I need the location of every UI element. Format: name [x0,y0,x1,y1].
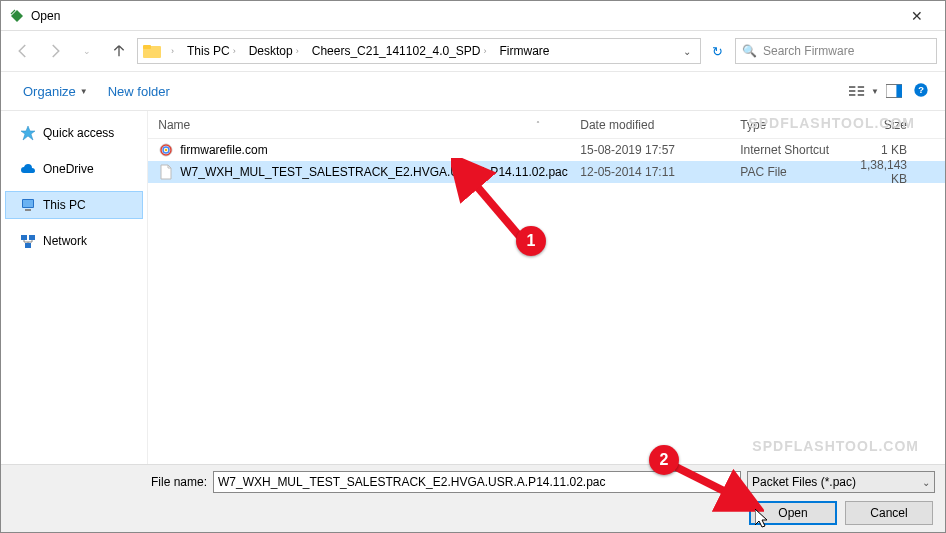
sidebar-item-label: Quick access [43,126,114,140]
svg-rect-4 [849,94,855,96]
svg-rect-9 [896,85,902,98]
help-button[interactable]: ? [909,82,933,101]
sidebar-item-quick-access[interactable]: Quick access [5,119,143,147]
star-icon [20,125,36,141]
sidebar-item-label: This PC [43,198,86,212]
recent-button[interactable]: ⌄ [73,37,101,65]
back-button[interactable] [9,37,37,65]
file-icon [158,164,174,180]
network-icon [20,233,36,249]
annotation-callout-1: 1 [516,226,546,256]
svg-rect-7 [858,94,864,96]
breadcrumb-item[interactable]: Cheers_C21_141102_4.0_SPD› [308,44,494,58]
svg-rect-14 [25,209,31,211]
file-type: Internet Shortcut [740,143,860,157]
cancel-button[interactable]: Cancel [845,501,933,525]
svg-line-22 [463,170,521,238]
filetype-label: Packet Files (*.pac) [752,475,856,489]
sidebar-item-label: Network [43,234,87,248]
file-list: Name˄ Date modified Type Size firmwarefi… [147,111,945,471]
address-bar[interactable]: › This PC› Desktop› Cheers_C21_141102_4.… [137,38,701,64]
column-type[interactable]: Type [740,118,860,132]
breadcrumb-item[interactable]: Desktop› [245,44,306,58]
pc-icon [20,197,36,213]
refresh-button[interactable]: ↻ [705,44,729,59]
folder-icon [142,41,162,61]
file-size: 1 KB [860,143,945,157]
svg-rect-16 [29,235,35,240]
sidebar-item-onedrive[interactable]: OneDrive [5,155,143,183]
up-button[interactable] [105,37,133,65]
svg-text:?: ? [918,85,924,95]
chevron-down-icon: ⌄ [922,477,930,488]
breadcrumb-item[interactable]: Firmware [496,44,554,58]
view-button[interactable]: ▼ [849,78,879,104]
svg-rect-17 [25,243,31,248]
column-size[interactable]: Size [860,118,945,132]
column-name[interactable]: Name˄ [148,118,580,132]
column-date[interactable]: Date modified [580,118,740,132]
svg-point-21 [165,149,168,152]
organize-button[interactable]: Organize▼ [13,80,98,103]
search-icon: 🔍 [742,44,757,58]
svg-rect-13 [23,200,33,207]
cursor-icon [755,509,771,529]
sidebar-item-network[interactable]: Network [5,227,143,255]
annotation-arrow-2 [664,456,764,516]
svg-rect-1 [143,45,151,49]
preview-pane-button[interactable] [879,78,909,104]
file-row[interactable]: firmwarefile.com 15-08-2019 17:57 Intern… [148,139,945,161]
svg-rect-2 [849,86,855,88]
app-icon [9,8,25,24]
breadcrumb-item[interactable]: This PC› [183,44,243,58]
breadcrumb-chevron[interactable]: › [164,46,181,56]
search-input[interactable]: 🔍 Search Firmware [735,38,937,64]
file-date: 12-05-2014 17:11 [580,165,740,179]
sidebar-item-label: OneDrive [43,162,94,176]
new-folder-button[interactable]: New folder [98,80,180,103]
svg-rect-6 [858,90,864,92]
file-row-selected[interactable]: W7_WXH_MUL_TEST_SALESTRACK_E2.HVGA.USR.A… [148,161,945,183]
shortcut-icon [158,142,174,158]
annotation-callout-2: 2 [649,445,679,475]
address-dropdown[interactable]: ⌄ [678,46,696,57]
file-name: firmwarefile.com [180,143,267,157]
svg-line-23 [674,466,744,501]
svg-rect-5 [858,86,864,88]
svg-rect-15 [21,235,27,240]
svg-rect-3 [849,90,855,92]
sort-indicator-icon: ˄ [536,120,540,129]
sidebar: Quick access OneDrive This PC Network [1,111,147,471]
forward-button[interactable] [41,37,69,65]
filetype-select[interactable]: Packet Files (*.pac) ⌄ [747,471,935,493]
sidebar-item-this-pc[interactable]: This PC [5,191,143,219]
file-type: PAC File [740,165,860,179]
filename-label: File name: [151,475,207,489]
window-title: Open [31,9,897,23]
file-size: 1,38,143 KB [860,158,945,186]
cloud-icon [20,161,36,177]
search-placeholder: Search Firmware [763,44,854,58]
file-date: 15-08-2019 17:57 [580,143,740,157]
close-button[interactable]: ✕ [897,8,937,24]
